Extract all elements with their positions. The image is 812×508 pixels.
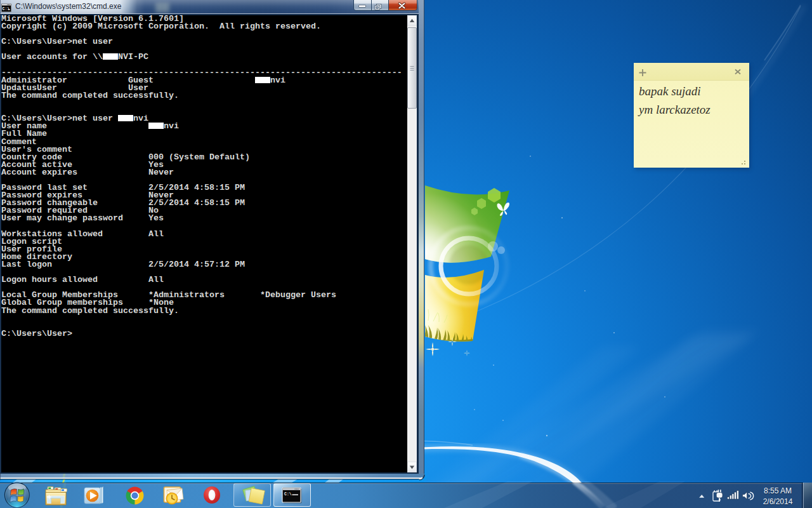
svg-text:C:\: C:\	[284, 492, 292, 497]
svg-text:C:\: C:\	[3, 7, 10, 11]
